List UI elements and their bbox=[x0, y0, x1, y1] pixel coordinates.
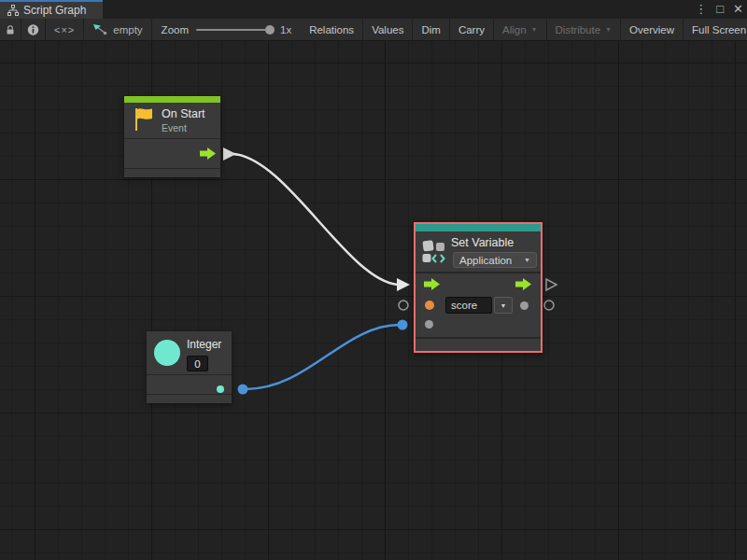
on-start-ports bbox=[124, 138, 220, 168]
graph-hierarchy-icon bbox=[7, 5, 19, 16]
toolbar-button-overview[interactable]: Overview bbox=[620, 19, 683, 40]
graph-breadcrumb[interactable]: empty bbox=[83, 19, 150, 40]
variable-scope-dropdown[interactable]: Application ▼ bbox=[453, 252, 537, 268]
zoom-slider-handle[interactable] bbox=[265, 25, 275, 35]
info-button[interactable] bbox=[21, 19, 45, 40]
toolbar-buttons: Relations Values Dim Carry Align ▼ Distr… bbox=[301, 19, 747, 40]
trigger-input-port[interactable] bbox=[424, 278, 441, 290]
wires-layer bbox=[0, 41, 747, 560]
integer-ports bbox=[147, 374, 232, 394]
variable-name-dropdown-button[interactable]: ▼ bbox=[494, 297, 513, 314]
chevron-down-icon: ▼ bbox=[500, 302, 507, 309]
window-controls: ⋮ □ ✕ bbox=[695, 0, 743, 19]
chevron-down-icon: ▼ bbox=[524, 257, 530, 263]
integer-header: Integer 0 bbox=[147, 331, 232, 374]
node-footer bbox=[416, 337, 541, 347]
chevron-down-icon: ▼ bbox=[531, 26, 538, 33]
value-wire-end-dot[interactable] bbox=[398, 320, 408, 330]
node-title: Integer bbox=[187, 338, 221, 351]
toolbar-button-values[interactable]: Values bbox=[362, 19, 412, 40]
integer-type-icon bbox=[154, 340, 180, 366]
toolbar-button-full-screen[interactable]: Full Screen bbox=[683, 19, 747, 40]
variable-scope-value: Application bbox=[459, 255, 512, 266]
value-input-port[interactable] bbox=[425, 320, 433, 329]
integer-value-field[interactable]: 0 bbox=[187, 356, 208, 371]
setvariable-trigger-out-connector[interactable] bbox=[546, 279, 557, 290]
integer-output-port[interactable] bbox=[217, 385, 224, 393]
node-subtitle: Event bbox=[162, 122, 187, 133]
zoom-value: 1x bbox=[280, 24, 291, 35]
flag-icon bbox=[133, 106, 155, 133]
node-on-start[interactable]: On Start Event bbox=[124, 96, 220, 177]
app-window: Script Graph ⋮ □ ✕ <×> bbox=[0, 0, 747, 560]
chevron-down-icon: ▼ bbox=[605, 26, 612, 33]
graph-canvas[interactable]: On Start Event Set Varia bbox=[0, 41, 747, 560]
node-integer[interactable]: Integer 0 bbox=[147, 331, 232, 403]
lock-icon bbox=[6, 23, 15, 36]
node-category-stripe bbox=[416, 224, 541, 231]
toolbar-button-align: Align ▼ bbox=[493, 19, 546, 40]
zoom-label: Zoom bbox=[162, 24, 189, 35]
set-variable-ports: score ▼ bbox=[416, 272, 541, 337]
set-variable-icon bbox=[421, 239, 446, 264]
node-title: On Start bbox=[162, 107, 205, 120]
toolbar-button-carry[interactable]: Carry bbox=[449, 19, 493, 40]
trigger-output-port[interactable] bbox=[200, 147, 217, 160]
on-start-header: On Start Event bbox=[124, 103, 220, 138]
set-variable-header: Set Variable Application ▼ bbox=[416, 231, 541, 272]
maximize-icon[interactable]: □ bbox=[716, 0, 724, 19]
lock-button[interactable] bbox=[0, 19, 21, 40]
toolbar: <×> empty Zoom 1x Relations Values bbox=[0, 19, 747, 41]
trigger-wire-end-arrow[interactable] bbox=[397, 278, 410, 291]
zoom-slider-track[interactable] bbox=[196, 29, 273, 31]
node-category-stripe bbox=[124, 96, 220, 103]
info-icon bbox=[27, 23, 39, 36]
value-output-port[interactable] bbox=[520, 301, 529, 310]
node-title: Set Variable bbox=[451, 236, 514, 249]
node-footer bbox=[147, 394, 232, 401]
close-icon[interactable]: ✕ bbox=[733, 0, 743, 19]
toolbar-button-dim[interactable]: Dim bbox=[412, 19, 448, 40]
trigger-output-port[interactable] bbox=[515, 278, 532, 290]
setvariable-left-unconnected-port[interactable] bbox=[399, 301, 408, 310]
value-wire-start-dot[interactable] bbox=[238, 385, 248, 395]
wire-onstart-to-setvariable[interactable] bbox=[233, 154, 398, 285]
toolbar-button-distribute: Distribute ▼ bbox=[546, 19, 621, 40]
tab-script-graph[interactable]: Script Graph bbox=[0, 0, 103, 19]
tab-label: Script Graph bbox=[23, 4, 86, 17]
wire-integer-to-setvariable[interactable] bbox=[246, 325, 400, 389]
window-menu-icon[interactable]: ⋮ bbox=[695, 0, 707, 19]
graph-name-label: empty bbox=[113, 24, 142, 35]
tab-bar: Script Graph ⋮ □ ✕ bbox=[0, 0, 747, 19]
toolbar-button-relations[interactable]: Relations bbox=[301, 19, 362, 40]
setvariable-output-unconnected-port[interactable] bbox=[544, 301, 554, 310]
variable-name-field[interactable]: score bbox=[445, 297, 492, 314]
code-brackets-icon: <×> bbox=[54, 24, 75, 35]
node-footer bbox=[124, 168, 220, 175]
code-view-button[interactable]: <×> bbox=[45, 19, 83, 40]
variable-name-port[interactable] bbox=[425, 301, 434, 310]
graph-glyph-icon bbox=[92, 23, 107, 35]
node-set-variable[interactable]: Set Variable Application ▼ score ▼ bbox=[414, 222, 543, 353]
zoom-control: Zoom 1x bbox=[151, 19, 302, 40]
